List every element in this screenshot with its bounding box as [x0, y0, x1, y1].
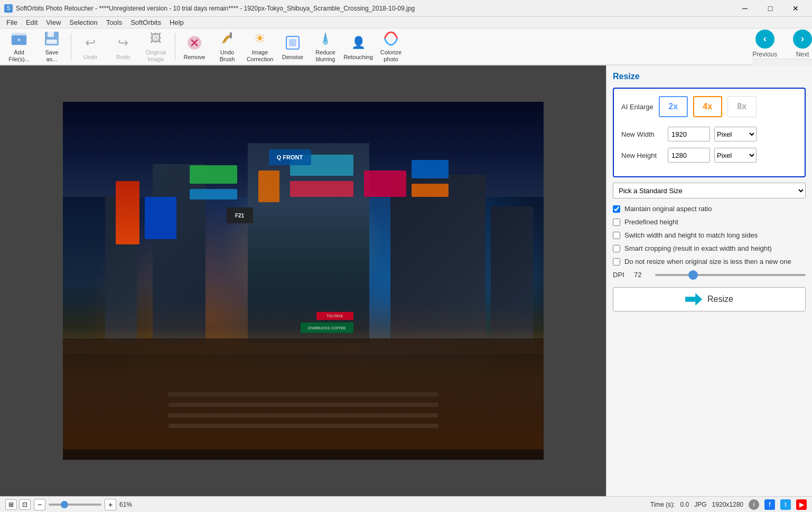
format-value: JPG [694, 501, 706, 508]
no-resize-checkbox[interactable] [613, 258, 620, 266]
menu-edit[interactable]: Edit [22, 17, 42, 27]
svg-rect-11 [289, 39, 296, 46]
original-image-button[interactable]: 🖼 OriginalImage [140, 30, 172, 63]
maintain-aspect-label: Maintain original aspect ratio [624, 205, 712, 213]
menu-softorbits[interactable]: SoftOrbits [126, 17, 165, 27]
previous-button[interactable]: ‹ Previous [752, 30, 777, 58]
zoom-slider[interactable] [49, 504, 101, 506]
next-label: Next [796, 51, 809, 58]
resolution-value: 1920x1280 [712, 501, 743, 508]
new-height-input[interactable] [668, 148, 710, 163]
enlarge-2x-button[interactable]: 2x [659, 96, 688, 117]
add-file-label: AddFile(s)... [8, 49, 30, 63]
undo-brush-icon [218, 30, 237, 48]
remove-label: Remove [184, 54, 206, 60]
time-value: 0.0 [680, 501, 689, 508]
standard-size-select[interactable]: Pick a Standard Size [613, 183, 806, 198]
maintain-aspect-checkbox[interactable] [613, 205, 620, 213]
switch-sides-checkbox[interactable] [613, 232, 620, 239]
smart-cropping-row: Smart cropping (result in exact width an… [613, 244, 806, 252]
close-button[interactable]: ✕ [783, 0, 808, 17]
enlarge-8x-button[interactable]: 8x [727, 96, 757, 117]
toolbar-area: + AddFile(s)... Saveas... ↩ Undo ↪ Redo [0, 29, 812, 65]
save-as-button[interactable]: Saveas... [36, 30, 68, 63]
resize-button[interactable]: Resize [613, 287, 806, 311]
no-resize-label: Do not resize when original size is less… [624, 258, 791, 266]
nav-area: ‹ Previous › Next [752, 29, 812, 59]
separator-2 [175, 33, 175, 60]
time-label: Time (s): [650, 501, 675, 508]
twitter-icon[interactable]: t [780, 499, 791, 510]
image-correction-icon: ☀ [250, 30, 269, 48]
add-file-button[interactable]: + AddFile(s)... [3, 30, 35, 63]
separator-1 [71, 33, 71, 60]
fit-view-button[interactable]: ⊞ [5, 499, 17, 510]
remove-icon [185, 33, 204, 52]
facebook-icon[interactable]: f [764, 499, 775, 510]
reduce-blurring-button[interactable]: Reduceblurring [310, 30, 341, 63]
app-window: S SoftOrbits Photo Retoucher - ****Unreg… [0, 0, 812, 512]
reduce-blurring-label: Reduceblurring [315, 49, 335, 63]
zoom-in-button[interactable]: + [105, 499, 116, 510]
svg-point-12 [323, 40, 328, 45]
info-icon[interactable]: i [749, 499, 759, 510]
maximize-button[interactable]: □ [758, 0, 782, 17]
next-button[interactable]: › Next [793, 30, 812, 58]
menu-view[interactable]: View [42, 17, 65, 27]
next-icon: › [793, 30, 812, 49]
denoise-button[interactable]: Denoise [277, 30, 309, 63]
predefined-height-checkbox[interactable] [613, 219, 620, 226]
undo-label: Undo [83, 54, 97, 60]
retouching-button[interactable]: 👤 Retouching [342, 30, 374, 63]
predefined-height-row: Predefined height [613, 218, 806, 226]
standard-size-row: Pick a Standard Size [613, 183, 806, 198]
titlebar: S SoftOrbits Photo Retoucher - ****Unreg… [0, 0, 812, 17]
remove-button[interactable]: Remove [179, 30, 210, 63]
resize-arrow-icon [685, 293, 702, 306]
retouching-icon: 👤 [349, 33, 368, 52]
youtube-icon[interactable]: ▶ [796, 499, 807, 510]
titlebar-left: S SoftOrbits Photo Retoucher - ****Unreg… [4, 4, 415, 13]
titlebar-controls: ─ □ ✕ [733, 0, 808, 17]
image-correction-button[interactable]: ☀ ImageCorrection [244, 30, 276, 63]
redo-button[interactable]: ↪ Redo [107, 30, 139, 63]
save-as-label: Saveas... [45, 49, 58, 63]
enlarge-4x-button[interactable]: 4x [693, 96, 722, 117]
content-area: STARBUCKS COFFEE TSUTAYA Q FRONT F21 Res… [0, 65, 812, 496]
redo-icon: ↪ [114, 33, 133, 52]
zoom-out-button[interactable]: − [34, 499, 45, 510]
dpi-row: DPI 72 [613, 271, 806, 279]
new-height-label: New Height [621, 151, 664, 159]
resize-button-label: Resize [707, 295, 733, 304]
new-width-label: New Width [621, 130, 664, 138]
menu-selection[interactable]: Selection [65, 17, 101, 27]
zoom-value: 61% [119, 501, 132, 508]
minimize-button[interactable]: ─ [733, 0, 757, 17]
right-panel-content: Resize AI Enlarge 2x 4x 8x New Width [606, 65, 812, 496]
new-height-unit-select[interactable]: Pixel Percent cm inch [714, 148, 757, 163]
redo-label: Redo [116, 54, 130, 60]
app-icon: S [4, 4, 13, 13]
menu-help[interactable]: Help [165, 17, 188, 27]
resize-options-box: AI Enlarge 2x 4x 8x New Width Pixel Perc… [613, 88, 806, 177]
new-width-unit-select[interactable]: Pixel Percent cm inch [714, 127, 757, 141]
new-width-input[interactable] [668, 127, 710, 141]
predefined-height-label: Predefined height [624, 218, 678, 226]
svg-rect-9 [230, 32, 232, 39]
svg-rect-4 [48, 32, 54, 37]
svg-rect-5 [46, 40, 57, 44]
undo-brush-label: UndoBrush [220, 49, 235, 63]
menu-tools[interactable]: Tools [102, 17, 126, 27]
smart-cropping-checkbox[interactable] [613, 245, 620, 252]
denoise-label: Denoise [282, 54, 303, 60]
actual-size-button[interactable]: ⊡ [19, 499, 31, 510]
undo-brush-button[interactable]: UndoBrush [211, 30, 243, 63]
undo-icon: ↩ [81, 33, 100, 52]
dpi-slider[interactable] [655, 274, 806, 276]
undo-button[interactable]: ↩ Undo [74, 30, 106, 63]
previous-label: Previous [752, 51, 777, 58]
ai-enlarge-row: AI Enlarge 2x 4x 8x [621, 96, 797, 117]
switch-sides-row: Switch width and height to match long si… [613, 231, 806, 239]
colorize-photo-button[interactable]: Colorizephoto [375, 30, 407, 63]
menu-file[interactable]: File [2, 17, 22, 27]
